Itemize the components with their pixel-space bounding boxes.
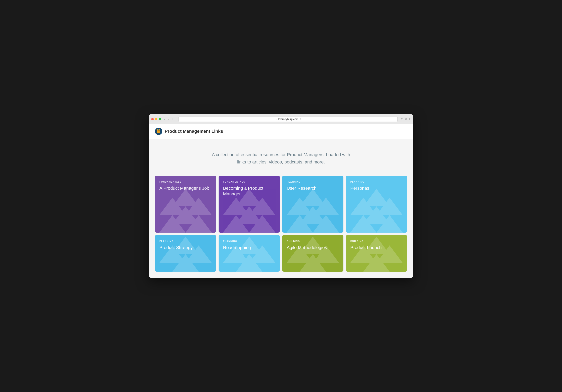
card-planning-strategy[interactable]: PLANNING Product Strategy — [155, 235, 216, 272]
maximize-button[interactable] — [159, 118, 161, 120]
close-button[interactable] — [151, 118, 154, 120]
share-button[interactable]: ⬆ — [401, 117, 403, 121]
card-title: User Research — [287, 185, 339, 191]
card-title: Becoming a Product Manager — [223, 185, 275, 197]
card-title: Roadmapping — [223, 245, 275, 251]
card-category: BUILDING — [350, 240, 403, 242]
add-tab-button[interactable]: + — [409, 117, 411, 121]
site-logo — [155, 128, 162, 135]
hero-section: A collection of essential resources for … — [149, 139, 413, 175]
forward-button[interactable]: › — [167, 117, 170, 121]
card-category: PLANNING — [350, 181, 403, 183]
card-title: A Product Manager's Job — [159, 185, 212, 191]
card-category: PLANNING — [287, 181, 339, 183]
url-text: lokimeyburg.com — [278, 117, 298, 121]
card-category: PLANNING — [223, 240, 275, 242]
refresh-icon[interactable]: ↻ — [300, 118, 302, 121]
browser-actions: ⬆ ⧉ + — [401, 117, 411, 121]
svg-rect-3 — [158, 131, 159, 131]
traffic-lights — [151, 118, 161, 120]
card-category: FUNDAMENTALS — [223, 181, 275, 183]
window-toggle-button[interactable]: ⊡ — [171, 117, 175, 121]
duplicate-button[interactable]: ⧉ — [405, 117, 407, 121]
card-category: BUILDING — [287, 240, 339, 242]
page-content: Product Management Links A collection of… — [149, 124, 413, 277]
card-category: PLANNING — [159, 240, 212, 242]
browser-window: ‹ › ⊡ ⓘ lokimeyburg.com ↻ ⬆ ⧉ + — [149, 114, 413, 277]
card-fundamentals-becoming[interactable]: FUNDAMENTALS Becoming a Product Manager — [219, 176, 280, 233]
address-bar[interactable]: ⓘ lokimeyburg.com ↻ — [178, 116, 398, 122]
card-category: FUNDAMENTALS — [159, 181, 212, 183]
site-header: Product Management Links — [149, 124, 413, 139]
card-building-agile[interactable]: BUILDING Agile Methodologies — [282, 235, 343, 272]
card-building-launch[interactable]: BUILDING Product Launch — [346, 235, 407, 272]
card-planning-personas[interactable]: PLANNING Personas — [346, 176, 407, 233]
card-title: Product Launch — [350, 245, 403, 251]
svg-rect-2 — [158, 130, 160, 130]
nav-buttons: ‹ › — [164, 117, 169, 121]
back-button[interactable]: ‹ — [164, 117, 166, 121]
cards-grid: FUNDAMENTALS A Product Manager's Job FUN… — [149, 176, 413, 278]
card-title: Personas — [350, 185, 403, 191]
browser-chrome: ‹ › ⊡ ⓘ lokimeyburg.com ↻ ⬆ ⧉ + — [149, 114, 413, 124]
card-planning-roadmapping[interactable]: PLANNING Roadmapping — [219, 235, 280, 272]
info-icon: ⓘ — [275, 117, 277, 121]
svg-point-4 — [158, 129, 159, 130]
card-title: Product Strategy — [159, 245, 212, 251]
hero-text: A collection of essential resources for … — [210, 151, 352, 165]
card-title: Agile Methodologies — [287, 245, 339, 251]
card-planning-user-research[interactable]: PLANNING User Research — [282, 176, 343, 233]
card-fundamentals-pm-job[interactable]: FUNDAMENTALS A Product Manager's Job — [155, 176, 216, 233]
site-title: Product Management Links — [165, 129, 223, 134]
minimize-button[interactable] — [155, 118, 157, 120]
